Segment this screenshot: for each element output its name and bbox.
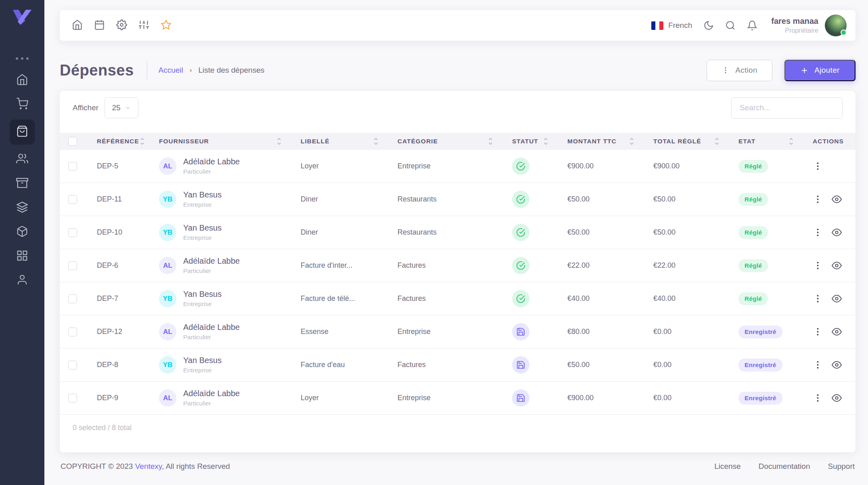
table-row: DEP-7 YB Yan Besus Entreprise Facture de… xyxy=(60,282,855,315)
sort-icon[interactable] xyxy=(373,137,379,146)
selection-summary: 0 selected / 8 total xyxy=(60,415,855,452)
app-logo-icon[interactable] xyxy=(11,9,33,28)
row-menu-icon[interactable] xyxy=(813,294,823,304)
row-checkbox[interactable] xyxy=(68,162,77,171)
row-checkbox[interactable] xyxy=(68,228,77,237)
sliders-icon[interactable] xyxy=(138,19,149,32)
home-shortcut-icon[interactable] xyxy=(72,19,83,32)
brand-link[interactable]: Ventexy xyxy=(135,462,162,470)
layers-icon xyxy=(16,201,28,215)
user-avatar[interactable] xyxy=(825,15,847,36)
row-menu-icon[interactable] xyxy=(813,260,823,271)
column-header[interactable]: Montant TTC xyxy=(567,137,653,146)
sort-icon[interactable] xyxy=(714,137,720,146)
sidebar-nav xyxy=(10,71,35,290)
row-checkbox[interactable] xyxy=(68,394,77,403)
reference-cell: DEP-12 xyxy=(97,328,159,336)
row-menu-icon[interactable] xyxy=(813,360,823,370)
row-menu-icon[interactable] xyxy=(813,161,823,171)
check-circle-icon xyxy=(516,195,525,204)
sidebar-item-home[interactable] xyxy=(10,71,35,90)
sidebar-item-categories[interactable] xyxy=(10,199,35,217)
package-icon xyxy=(16,225,28,239)
row-menu-icon[interactable] xyxy=(813,194,823,204)
view-eye-icon[interactable] xyxy=(832,260,842,271)
status-icon xyxy=(512,323,529,340)
breadcrumb-home-link[interactable]: Accueil xyxy=(159,66,183,75)
menu-dots-icon[interactable] xyxy=(16,57,29,60)
search-icon[interactable] xyxy=(725,20,736,31)
calendar-icon[interactable] xyxy=(94,19,105,32)
page-size-select[interactable]: 25 xyxy=(105,97,138,118)
total-regle-cell: €0.00 xyxy=(653,394,738,402)
column-header[interactable]: Référence xyxy=(97,137,159,146)
supplier-type: Particulier xyxy=(183,400,240,407)
french-flag-icon xyxy=(651,21,663,30)
action-button[interactable]: Action xyxy=(707,60,772,81)
view-eye-icon[interactable] xyxy=(832,227,842,237)
sort-icon[interactable] xyxy=(487,137,494,146)
row-checkbox[interactable] xyxy=(68,195,77,204)
sort-icon[interactable] xyxy=(139,137,145,146)
language-selector[interactable]: French xyxy=(651,21,692,30)
column-header[interactable]: Statut xyxy=(512,137,567,146)
total-regle-cell: €0.00 xyxy=(653,328,738,336)
column-header[interactable]: Libellé xyxy=(301,137,397,146)
sidebar-item-sales[interactable] xyxy=(10,95,35,114)
footer-link[interactable]: License xyxy=(714,462,741,471)
check-circle-icon xyxy=(516,294,525,303)
supplier-type: Entreprise xyxy=(183,300,222,308)
add-button[interactable]: Ajouter xyxy=(784,60,855,81)
sidebar-item-account[interactable] xyxy=(10,271,35,290)
column-header[interactable]: Catégorie xyxy=(397,137,512,146)
etat-badge: Réglé xyxy=(738,292,768,305)
libelle-cell: Loyer xyxy=(301,162,397,170)
grid-icon xyxy=(16,250,28,263)
sidebar-item-expenses[interactable] xyxy=(10,120,35,145)
sort-icon[interactable] xyxy=(788,137,794,146)
sidebar-item-products[interactable] xyxy=(10,223,35,241)
search-input[interactable] xyxy=(731,97,843,119)
row-menu-icon[interactable] xyxy=(813,227,823,237)
shopping-cart-icon xyxy=(16,98,28,111)
supplier-avatar: AL xyxy=(159,257,176,274)
row-checkbox[interactable] xyxy=(68,261,77,270)
column-header[interactable]: Actions xyxy=(813,138,855,145)
column-header[interactable]: Fournisseur xyxy=(159,137,301,146)
sidebar-item-inventory[interactable] xyxy=(10,174,35,193)
row-checkbox[interactable] xyxy=(68,328,77,336)
sort-icon[interactable] xyxy=(543,137,549,146)
row-checkbox[interactable] xyxy=(68,294,77,303)
montant-ttc-cell: €50.00 xyxy=(567,361,653,369)
settings-icon[interactable] xyxy=(116,19,127,32)
supplier-name: Adélaïde Labbe xyxy=(183,389,240,398)
sort-icon[interactable] xyxy=(276,137,282,146)
row-menu-icon[interactable] xyxy=(813,393,823,403)
dark-mode-moon-icon[interactable] xyxy=(703,20,714,31)
view-eye-icon[interactable] xyxy=(832,393,842,403)
view-eye-icon[interactable] xyxy=(832,327,842,337)
sort-icon[interactable] xyxy=(629,137,635,146)
footer-link[interactable]: Support xyxy=(828,462,855,471)
user-menu[interactable]: fares manaa Propriétaire xyxy=(771,15,847,36)
notifications-bell-icon[interactable] xyxy=(747,20,757,31)
select-all-checkbox[interactable] xyxy=(68,137,77,146)
column-header[interactable]: Etat xyxy=(738,137,813,146)
montant-ttc-cell: €900.00 xyxy=(567,394,653,402)
row-menu-icon[interactable] xyxy=(813,327,823,337)
favorite-star-icon[interactable] xyxy=(161,19,172,32)
categorie-cell: Factures xyxy=(397,261,512,270)
view-eye-icon[interactable] xyxy=(832,294,842,304)
check-circle-icon xyxy=(516,162,525,171)
etat-badge: Enregistré xyxy=(738,359,782,372)
footer-link[interactable]: Documentation xyxy=(759,462,810,471)
reference-cell: DEP-9 xyxy=(97,394,159,402)
view-eye-icon[interactable] xyxy=(832,360,842,370)
sidebar-item-apps[interactable] xyxy=(10,247,35,266)
montant-ttc-cell: €80.00 xyxy=(567,328,653,336)
sidebar-item-contacts[interactable] xyxy=(10,150,35,169)
row-checkbox[interactable] xyxy=(68,361,77,370)
view-eye-icon[interactable] xyxy=(832,194,842,204)
column-header[interactable]: Total Réglé xyxy=(653,137,738,146)
categorie-cell: Entreprise xyxy=(397,162,512,170)
